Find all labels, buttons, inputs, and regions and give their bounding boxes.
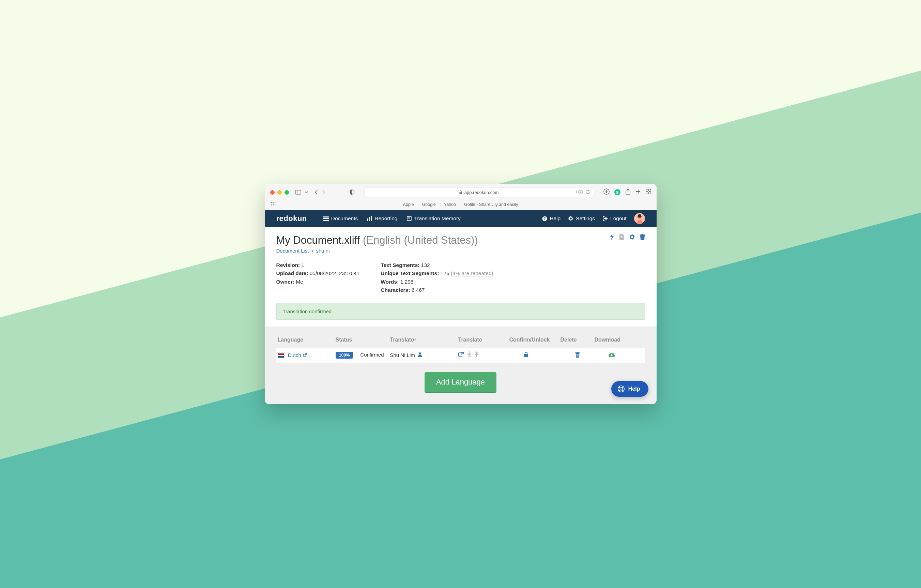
breadcrumb: Document List > shu ni [276,248,645,254]
app-logo[interactable]: redokun [276,214,307,223]
owner-value: Me [296,279,303,285]
open-editor-icon[interactable] [458,352,464,358]
maximize-window-icon[interactable] [285,190,289,195]
document-meta: Revision: 1 Upload date: 05/08/2022, 23:… [276,261,645,294]
language-link[interactable]: Dutch [288,352,307,358]
nav-translation-memory[interactable]: Translation Memory [407,215,460,222]
document-settings-icon[interactable] [629,234,635,241]
bookmark-link[interactable]: Gofile - Share…ly and easily [464,202,518,207]
bookmark-link[interactable]: Apple [403,202,414,207]
words-value: 1,298 [400,279,414,285]
svg-rect-15 [646,192,648,194]
window-controls [270,190,289,195]
upload-date-label: Upload date: [276,270,308,276]
download-icon[interactable] [609,352,615,358]
browser-chrome: app.redokun.com 文A G [265,184,657,210]
pretranslate-icon[interactable] [610,233,614,242]
external-link-icon [303,353,307,358]
svg-point-18 [273,202,273,203]
col-download: Download [595,337,629,343]
lock-icon [459,190,462,194]
svg-rect-28 [323,220,329,221]
cell-translate [458,352,509,358]
grammarly-icon[interactable]: G [614,189,620,195]
url-text: app.redokun.com [464,190,498,195]
page-title: My Document.xliff (English (United State… [276,234,645,246]
import-up-icon [475,352,479,358]
cell-delete [560,352,595,358]
progress-badge: 100% [335,352,353,358]
user-avatar[interactable] [634,213,645,224]
apps-grid-icon[interactable] [271,202,276,208]
trash-icon[interactable] [575,352,580,358]
documents-icon [323,216,329,221]
export-down-icon [467,352,471,358]
svg-rect-30 [369,217,370,221]
nav-reporting[interactable]: Reporting [367,215,397,222]
breadcrumb-root[interactable]: Document List [276,248,309,254]
help-icon: ? [542,216,547,221]
svg-rect-26 [323,217,329,217]
languages-section: Language Status Translator Translate Con… [265,327,657,404]
svg-point-17 [271,202,272,203]
address-bar[interactable]: app.redokun.com 文A [364,187,593,197]
svg-rect-31 [371,216,372,221]
chevron-down-icon[interactable] [304,191,308,194]
add-language-button[interactable]: Add Language [425,372,496,392]
reload-icon[interactable] [586,189,590,195]
browser-window: app.redokun.com 文A G [265,184,657,404]
bookmark-link[interactable]: Yahoo [444,202,456,207]
svg-rect-0 [295,190,301,194]
tabs-icon[interactable] [646,189,651,195]
status-text: Confirmed [360,352,384,358]
nav-settings[interactable]: Settings [568,215,595,222]
owner-label: Owner: [276,279,295,285]
svg-line-56 [622,389,623,391]
help-fab-label: Help [628,386,640,392]
svg-rect-27 [323,218,329,219]
unique-segments-label: Unique Text Segments: [381,270,439,276]
user-icon [418,352,422,358]
lock-icon[interactable] [524,352,529,358]
back-icon[interactable] [314,190,318,195]
delete-document-icon[interactable] [640,234,645,241]
shield-icon[interactable] [350,189,354,195]
svg-line-55 [619,389,620,391]
list-icon [407,216,412,221]
nav-logout-label: Logout [610,215,626,222]
cell-confirm [509,352,560,358]
close-window-icon[interactable] [270,190,275,195]
help-fab[interactable]: Help [611,381,648,397]
translate-icon[interactable]: 文A [576,189,583,195]
sidebar-toggle-icon[interactable] [295,190,301,195]
bookmark-link[interactable]: Google [422,202,436,207]
new-tab-icon[interactable] [635,189,641,195]
success-alert: Translation confirmed [276,303,645,320]
breadcrumb-separator: > [311,248,314,254]
text-segments-value: 132 [421,262,430,268]
characters-value: 6,467 [412,287,425,293]
nav-logout[interactable]: Logout [602,215,626,222]
logout-icon [602,216,608,221]
upload-revision-icon[interactable] [619,234,625,241]
nav-help-label: Help [550,215,560,222]
breadcrumb-current[interactable]: shu ni [316,248,329,254]
svg-text:?: ? [544,217,546,220]
words-label: Words: [381,279,399,285]
flag-nl-icon [278,353,285,358]
nav-tm-label: Translation Memory [414,215,460,222]
svg-point-25 [274,205,275,207]
nav-reporting-label: Reporting [374,215,397,222]
app-navbar: redokun Documents Reporting Translation … [265,210,657,227]
svg-point-19 [274,202,275,203]
share-icon[interactable] [625,189,631,196]
downloads-icon[interactable] [604,189,610,196]
forward-icon[interactable] [322,190,326,195]
col-language: Language [278,337,335,343]
minimize-window-icon[interactable] [277,190,282,195]
nav-documents[interactable]: Documents [323,215,358,222]
chart-icon [367,216,372,221]
svg-line-54 [622,386,623,388]
nav-help[interactable]: ? Help [542,215,560,222]
characters-label: Characters: [381,287,410,293]
